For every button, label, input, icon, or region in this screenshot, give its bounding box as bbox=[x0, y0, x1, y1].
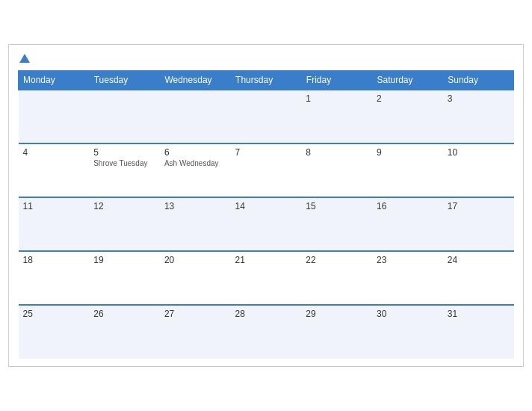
day-cell: 19 bbox=[89, 251, 160, 305]
day-number: 5 bbox=[93, 147, 155, 158]
day-cell: 25 bbox=[19, 305, 90, 359]
day-cell: 28 bbox=[231, 305, 302, 359]
event-label: Shrove Tuesday bbox=[93, 159, 155, 167]
weekday-thursday: Thursday bbox=[231, 71, 302, 90]
day-number: 30 bbox=[377, 309, 439, 319]
day-number: 19 bbox=[93, 255, 155, 265]
day-cell: 9 bbox=[372, 143, 443, 197]
day-cell: 20 bbox=[160, 251, 231, 305]
day-number: 22 bbox=[306, 255, 368, 265]
day-cell: 7 bbox=[231, 143, 302, 197]
day-number: 9 bbox=[377, 147, 439, 158]
calendar-header bbox=[18, 52, 514, 64]
day-number: 1 bbox=[306, 93, 368, 104]
day-cell: 6Ash Wednesday bbox=[160, 143, 231, 197]
day-cell: 24 bbox=[443, 251, 514, 305]
calendar-table: MondayTuesdayWednesdayThursdayFridaySatu… bbox=[18, 70, 514, 359]
day-cell: 5Shrove Tuesday bbox=[89, 143, 160, 197]
day-cell: 8 bbox=[301, 143, 372, 197]
weekday-tuesday: Tuesday bbox=[89, 71, 160, 90]
calendar-container: MondayTuesdayWednesdayThursdayFridaySatu… bbox=[8, 44, 524, 367]
weekday-friday: Friday bbox=[301, 71, 372, 90]
day-number: 28 bbox=[235, 309, 297, 319]
day-cell: 15 bbox=[301, 197, 372, 251]
day-cell: 18 bbox=[19, 251, 90, 305]
event-label: Ash Wednesday bbox=[164, 159, 226, 167]
day-number: 25 bbox=[23, 309, 85, 319]
day-cell: 31 bbox=[443, 305, 514, 359]
day-number: 27 bbox=[164, 309, 226, 319]
day-cell: 14 bbox=[231, 197, 302, 251]
weekday-saturday: Saturday bbox=[372, 71, 443, 90]
day-cell: 29 bbox=[301, 305, 372, 359]
day-number: 17 bbox=[448, 201, 510, 211]
logo-triangle-icon bbox=[19, 54, 30, 63]
day-number: 21 bbox=[235, 255, 297, 265]
day-cell: 30 bbox=[372, 305, 443, 359]
day-cell: 21 bbox=[231, 251, 302, 305]
day-cell: 16 bbox=[372, 197, 443, 251]
day-number: 31 bbox=[448, 309, 510, 319]
day-cell bbox=[231, 90, 302, 143]
day-number: 10 bbox=[448, 147, 510, 158]
day-cell: 3 bbox=[443, 90, 514, 143]
day-cell: 12 bbox=[89, 197, 160, 251]
day-number: 11 bbox=[23, 201, 85, 211]
day-cell: 23 bbox=[372, 251, 443, 305]
day-number: 8 bbox=[306, 147, 368, 158]
day-number: 14 bbox=[235, 201, 297, 211]
day-number: 20 bbox=[164, 255, 226, 265]
day-number: 7 bbox=[235, 147, 297, 158]
week-row-4: 18192021222324 bbox=[19, 251, 514, 305]
day-number: 24 bbox=[448, 255, 510, 265]
day-cell bbox=[19, 90, 90, 143]
day-number: 4 bbox=[23, 147, 85, 158]
weekday-header-row: MondayTuesdayWednesdayThursdayFridaySatu… bbox=[19, 71, 514, 90]
day-number: 26 bbox=[93, 309, 155, 319]
day-cell: 26 bbox=[89, 305, 160, 359]
day-number: 29 bbox=[306, 309, 368, 319]
day-number: 13 bbox=[164, 201, 226, 211]
weekday-sunday: Sunday bbox=[443, 71, 514, 90]
week-row-5: 25262728293031 bbox=[19, 305, 514, 359]
weekday-wednesday: Wednesday bbox=[160, 71, 231, 90]
day-cell bbox=[89, 90, 160, 143]
day-number: 18 bbox=[23, 255, 85, 265]
week-row-1: 123 bbox=[19, 90, 514, 143]
day-cell: 1 bbox=[301, 90, 372, 143]
day-number: 16 bbox=[377, 201, 439, 211]
day-cell: 11 bbox=[19, 197, 90, 251]
day-cell: 4 bbox=[19, 143, 90, 197]
week-row-3: 11121314151617 bbox=[19, 197, 514, 251]
day-cell: 2 bbox=[372, 90, 443, 143]
day-number: 23 bbox=[377, 255, 439, 265]
day-cell: 17 bbox=[443, 197, 514, 251]
day-number: 2 bbox=[377, 93, 439, 104]
day-number: 3 bbox=[448, 93, 510, 104]
day-cell bbox=[160, 90, 231, 143]
day-cell: 13 bbox=[160, 197, 231, 251]
day-number: 15 bbox=[306, 201, 368, 211]
logo bbox=[18, 54, 31, 63]
day-cell: 27 bbox=[160, 305, 231, 359]
day-number: 12 bbox=[93, 201, 155, 211]
day-number: 6 bbox=[164, 147, 226, 158]
day-cell: 22 bbox=[301, 251, 372, 305]
weekday-monday: Monday bbox=[19, 71, 90, 90]
week-row-2: 45Shrove Tuesday6Ash Wednesday78910 bbox=[19, 143, 514, 197]
day-cell: 10 bbox=[443, 143, 514, 197]
